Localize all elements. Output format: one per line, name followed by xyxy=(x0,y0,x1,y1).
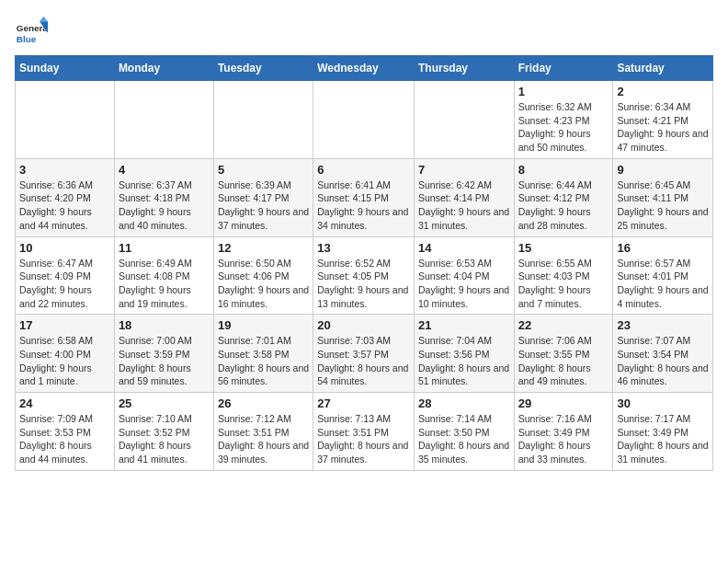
table-row xyxy=(16,81,115,159)
table-row: 10Sunrise: 6:47 AMSunset: 4:09 PMDayligh… xyxy=(16,236,115,315)
day-number: 24 xyxy=(19,396,110,410)
day-number: 2 xyxy=(617,85,709,98)
day-number: 1 xyxy=(518,85,609,98)
calendar-week-row: 3Sunrise: 6:36 AMSunset: 4:20 PMDaylight… xyxy=(16,158,713,236)
day-info: Sunrise: 7:12 AMSunset: 3:51 PMDaylight:… xyxy=(218,412,309,466)
calendar-header-row: Sunday Monday Tuesday Wednesday Thursday… xyxy=(16,56,713,81)
day-info: Sunrise: 6:50 AMSunset: 4:06 PMDaylight:… xyxy=(218,257,309,311)
table-row: 26Sunrise: 7:12 AMSunset: 3:51 PMDayligh… xyxy=(213,393,313,471)
header-sunday: Sunday xyxy=(16,56,115,81)
table-row: 9Sunrise: 6:45 AMSunset: 4:11 PMDaylight… xyxy=(613,158,713,236)
day-info: Sunrise: 7:13 AMSunset: 3:51 PMDaylight:… xyxy=(317,412,410,466)
table-row: 7Sunrise: 6:42 AMSunset: 4:14 PMDaylight… xyxy=(414,158,514,236)
day-info: Sunrise: 6:58 AMSunset: 4:00 PMDaylight:… xyxy=(19,334,110,388)
table-row: 3Sunrise: 6:36 AMSunset: 4:20 PMDaylight… xyxy=(16,158,115,236)
day-number: 13 xyxy=(317,241,410,255)
day-number: 5 xyxy=(218,163,309,177)
table-row: 2Sunrise: 6:34 AMSunset: 4:21 PMDaylight… xyxy=(613,81,713,159)
day-number: 4 xyxy=(119,163,210,177)
day-number: 30 xyxy=(617,396,709,410)
calendar-week-row: 10Sunrise: 6:47 AMSunset: 4:09 PMDayligh… xyxy=(16,236,713,315)
day-number: 27 xyxy=(317,396,410,410)
calendar-table: Sunday Monday Tuesday Wednesday Thursday… xyxy=(15,55,713,471)
day-info: Sunrise: 7:04 AMSunset: 3:56 PMDaylight:… xyxy=(418,334,510,388)
table-row: 30Sunrise: 7:17 AMSunset: 3:49 PMDayligh… xyxy=(613,393,713,471)
table-row: 5Sunrise: 6:39 AMSunset: 4:17 PMDaylight… xyxy=(213,158,313,236)
day-number: 28 xyxy=(418,396,510,410)
day-info: Sunrise: 6:36 AMSunset: 4:20 PMDaylight:… xyxy=(19,178,110,233)
day-number: 19 xyxy=(218,318,309,332)
day-info: Sunrise: 7:16 AMSunset: 3:49 PMDaylight:… xyxy=(518,412,609,466)
day-number: 10 xyxy=(19,241,110,255)
day-info: Sunrise: 6:55 AMSunset: 4:03 PMDaylight:… xyxy=(518,257,609,311)
day-number: 3 xyxy=(19,163,110,177)
day-info: Sunrise: 6:44 AMSunset: 4:12 PMDaylight:… xyxy=(518,178,609,233)
logo: General Blue xyxy=(15,15,44,48)
page-header: General Blue xyxy=(15,15,713,48)
day-info: Sunrise: 6:34 AMSunset: 4:21 PMDaylight:… xyxy=(617,100,709,155)
day-number: 15 xyxy=(518,241,609,255)
day-number: 22 xyxy=(518,318,609,332)
day-info: Sunrise: 6:42 AMSunset: 4:14 PMDaylight:… xyxy=(418,178,510,233)
calendar-week-row: 24Sunrise: 7:09 AMSunset: 3:53 PMDayligh… xyxy=(16,393,713,471)
day-number: 17 xyxy=(19,318,110,332)
svg-marker-3 xyxy=(40,17,48,21)
day-number: 6 xyxy=(317,163,410,177)
day-number: 21 xyxy=(418,318,510,332)
day-number: 29 xyxy=(518,396,609,410)
day-info: Sunrise: 7:17 AMSunset: 3:49 PMDaylight:… xyxy=(617,412,709,466)
header-wednesday: Wednesday xyxy=(313,56,415,81)
day-number: 11 xyxy=(119,241,210,255)
day-info: Sunrise: 7:10 AMSunset: 3:52 PMDaylight:… xyxy=(119,412,210,466)
table-row: 4Sunrise: 6:37 AMSunset: 4:18 PMDaylight… xyxy=(114,158,213,236)
header-saturday: Saturday xyxy=(613,56,713,81)
day-info: Sunrise: 6:53 AMSunset: 4:04 PMDaylight:… xyxy=(418,257,510,311)
day-info: Sunrise: 7:06 AMSunset: 3:55 PMDaylight:… xyxy=(518,334,609,388)
table-row: 11Sunrise: 6:49 AMSunset: 4:08 PMDayligh… xyxy=(114,236,213,315)
day-info: Sunrise: 6:45 AMSunset: 4:11 PMDaylight:… xyxy=(617,178,709,233)
day-info: Sunrise: 7:09 AMSunset: 3:53 PMDaylight:… xyxy=(19,412,110,466)
table-row: 29Sunrise: 7:16 AMSunset: 3:49 PMDayligh… xyxy=(514,393,613,471)
table-row: 21Sunrise: 7:04 AMSunset: 3:56 PMDayligh… xyxy=(414,315,514,393)
table-row xyxy=(114,81,213,159)
table-row xyxy=(414,81,514,159)
day-number: 18 xyxy=(119,318,210,332)
table-row: 19Sunrise: 7:01 AMSunset: 3:58 PMDayligh… xyxy=(213,315,313,393)
table-row: 13Sunrise: 6:52 AMSunset: 4:05 PMDayligh… xyxy=(313,236,415,315)
header-tuesday: Tuesday xyxy=(213,56,313,81)
day-number: 9 xyxy=(617,163,709,177)
svg-text:Blue: Blue xyxy=(17,34,37,44)
table-row: 20Sunrise: 7:03 AMSunset: 3:57 PMDayligh… xyxy=(313,315,415,393)
day-number: 7 xyxy=(418,163,510,177)
table-row xyxy=(213,81,313,159)
day-number: 26 xyxy=(218,396,309,410)
day-info: Sunrise: 7:03 AMSunset: 3:57 PMDaylight:… xyxy=(317,334,410,388)
table-row: 16Sunrise: 6:57 AMSunset: 4:01 PMDayligh… xyxy=(613,236,713,315)
day-number: 12 xyxy=(218,241,309,255)
day-number: 23 xyxy=(617,318,709,332)
day-info: Sunrise: 6:41 AMSunset: 4:15 PMDaylight:… xyxy=(317,178,410,233)
logo-icon: General Blue xyxy=(15,15,48,48)
day-info: Sunrise: 7:14 AMSunset: 3:50 PMDaylight:… xyxy=(418,412,510,466)
table-row: 1Sunrise: 6:32 AMSunset: 4:23 PMDaylight… xyxy=(514,81,613,159)
calendar-week-row: 1Sunrise: 6:32 AMSunset: 4:23 PMDaylight… xyxy=(16,81,713,159)
table-row: 24Sunrise: 7:09 AMSunset: 3:53 PMDayligh… xyxy=(16,393,115,471)
day-number: 16 xyxy=(617,241,709,255)
day-number: 14 xyxy=(418,241,510,255)
day-info: Sunrise: 6:52 AMSunset: 4:05 PMDaylight:… xyxy=(317,257,410,311)
table-row: 25Sunrise: 7:10 AMSunset: 3:52 PMDayligh… xyxy=(114,393,213,471)
table-row: 12Sunrise: 6:50 AMSunset: 4:06 PMDayligh… xyxy=(213,236,313,315)
table-row: 8Sunrise: 6:44 AMSunset: 4:12 PMDaylight… xyxy=(514,158,613,236)
day-info: Sunrise: 7:00 AMSunset: 3:59 PMDaylight:… xyxy=(119,334,210,388)
day-info: Sunrise: 6:49 AMSunset: 4:08 PMDaylight:… xyxy=(119,257,210,311)
table-row: 14Sunrise: 6:53 AMSunset: 4:04 PMDayligh… xyxy=(414,236,514,315)
table-row: 15Sunrise: 6:55 AMSunset: 4:03 PMDayligh… xyxy=(514,236,613,315)
table-row xyxy=(313,81,415,159)
day-info: Sunrise: 6:32 AMSunset: 4:23 PMDaylight:… xyxy=(518,100,609,155)
table-row: 27Sunrise: 7:13 AMSunset: 3:51 PMDayligh… xyxy=(313,393,415,471)
day-info: Sunrise: 6:57 AMSunset: 4:01 PMDaylight:… xyxy=(617,257,709,311)
day-info: Sunrise: 7:07 AMSunset: 3:54 PMDaylight:… xyxy=(617,334,709,388)
day-number: 25 xyxy=(119,396,210,410)
day-info: Sunrise: 7:01 AMSunset: 3:58 PMDaylight:… xyxy=(218,334,309,388)
day-number: 8 xyxy=(518,163,609,177)
